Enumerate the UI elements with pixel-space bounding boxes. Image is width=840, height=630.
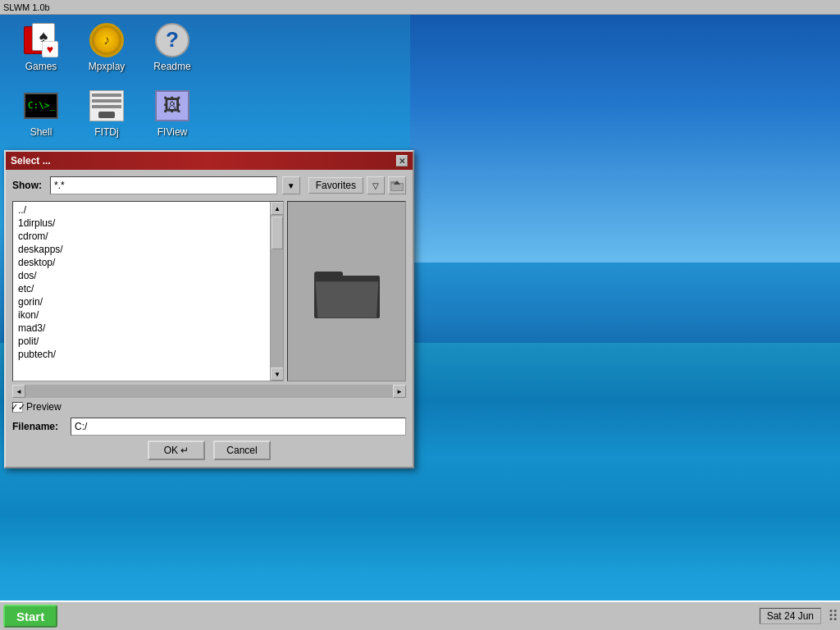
dialog-body: Show: ▼ Favorites ▽ <box>6 170 413 467</box>
shell-icon-image: C:\>_ <box>24 89 58 123</box>
filename-label: Filename: <box>12 421 66 432</box>
desktop-icons: ♠ ♥ Games ♪ Mpxplay ? Readme <box>8 16 205 148</box>
folder-front <box>315 281 377 317</box>
h-scroll-left-button[interactable]: ◄ <box>12 385 25 398</box>
scroll-down-button[interactable]: ▼ <box>271 368 284 381</box>
shell-label: Shell <box>30 126 52 138</box>
favorites-arrow-button[interactable]: ▽ <box>367 176 385 194</box>
taskbar: Start Sat 24 Jun ⠿ <box>0 600 840 630</box>
preview-area <box>287 201 406 381</box>
svg-rect-2 <box>391 184 403 190</box>
dialog-title: Select ... <box>11 155 51 167</box>
show-row: Show: ▼ Favorites ▽ <box>12 176 406 194</box>
scroll-up-button[interactable]: ▲ <box>271 202 284 215</box>
list-item[interactable]: etc/ <box>15 282 268 295</box>
scroll-thumb[interactable] <box>272 217 283 249</box>
h-scroll-track[interactable] <box>25 385 393 398</box>
games-label: Games <box>25 61 57 72</box>
fiview-icon-image: 🖼 <box>155 89 189 123</box>
list-item[interactable]: pubtech/ <box>15 348 268 361</box>
desktop-icon-fitdj[interactable]: FITDj <box>74 82 139 144</box>
folder-preview-icon <box>314 265 380 318</box>
fitdj-label: FITDj <box>94 126 118 138</box>
scroll-track[interactable] <box>271 215 283 368</box>
os-title: SLWM 1.0b <box>3 2 50 12</box>
file-list-scrollbar[interactable]: ▲ ▼ <box>270 202 283 381</box>
ok-button[interactable]: OK ↵ <box>148 441 205 460</box>
list-item[interactable]: ikon/ <box>15 308 268 322</box>
preview-checkbox-row: ✓ Preview <box>12 401 406 413</box>
file-dialog: Select ... ✕ Show: ▼ Favorites ▽ <box>4 150 414 468</box>
dialog-titlebar[interactable]: Select ... ✕ <box>6 152 413 170</box>
clock: Sat 24 Jun <box>760 608 821 624</box>
desktop-icon-games[interactable]: ♠ ♥ Games <box>8 16 74 78</box>
dialog-main-area: ../ 1dirplus/ cdrom/ deskapps/ desktop/ … <box>12 201 406 381</box>
cancel-button[interactable]: Cancel <box>213 441 271 460</box>
favorites-bar: Favorites ▽ <box>308 176 406 194</box>
desktop: ♠ ♥ Games ♪ Mpxplay ? Readme <box>0 0 840 630</box>
fiview-label: FIView <box>158 126 187 138</box>
desktop-icon-mpxplay[interactable]: ♪ Mpxplay <box>74 16 139 78</box>
show-dropdown-button[interactable]: ▼ <box>282 176 300 194</box>
os-titlebar: SLWM 1.0b <box>0 0 840 15</box>
folder-up-icon <box>390 180 404 191</box>
file-list[interactable]: ../ 1dirplus/ cdrom/ deskapps/ desktop/ … <box>13 202 270 381</box>
favorites-up-button[interactable] <box>388 176 406 194</box>
desktop-icon-readme[interactable]: ? Readme <box>139 16 205 78</box>
list-item[interactable]: dos/ <box>15 269 268 282</box>
filename-row: Filename: <box>12 418 406 436</box>
show-input[interactable] <box>50 176 277 194</box>
readme-icon-image: ? <box>155 23 189 57</box>
start-button[interactable]: Start <box>3 605 57 628</box>
list-item[interactable]: polit/ <box>15 335 268 348</box>
list-item[interactable]: deskapps/ <box>15 243 268 256</box>
games-icon-image: ♠ ♥ <box>24 23 58 57</box>
list-item[interactable]: 1dirplus/ <box>15 217 268 230</box>
list-item[interactable]: gorin/ <box>15 295 268 308</box>
desktop-icon-shell[interactable]: C:\>_ Shell <box>8 82 74 144</box>
h-scroll-right-button[interactable]: ► <box>393 385 406 398</box>
fitdj-icon-image <box>89 89 124 123</box>
horizontal-scrollbar[interactable]: ◄ ► <box>12 385 406 398</box>
preview-checkbox-label: Preview <box>26 401 62 413</box>
favorites-label: Favorites <box>308 177 363 194</box>
mpxplay-label: Mpxplay <box>89 61 126 72</box>
preview-checkbox[interactable]: ✓ <box>12 402 23 413</box>
list-item[interactable]: cdrom/ <box>15 230 268 243</box>
taskbar-dots: ⠿ <box>828 609 837 623</box>
desktop-icon-fiview[interactable]: 🖼 FIView <box>139 82 205 144</box>
dialog-buttons: OK ↵ Cancel <box>12 441 406 460</box>
list-item[interactable]: desktop/ <box>15 256 268 269</box>
show-label: Show: <box>12 180 45 191</box>
taskbar-right: Sat 24 Jun ⠿ <box>760 608 837 624</box>
sky-decoration <box>410 0 840 262</box>
mpxplay-icon-image: ♪ <box>89 23 124 57</box>
dialog-close-button[interactable]: ✕ <box>396 155 408 167</box>
filename-input[interactable] <box>71 418 406 436</box>
file-list-container: ../ 1dirplus/ cdrom/ deskapps/ desktop/ … <box>12 201 284 381</box>
list-item[interactable]: mad3/ <box>15 322 268 335</box>
readme-label: Readme <box>153 61 190 72</box>
list-item[interactable]: ../ <box>15 203 268 217</box>
